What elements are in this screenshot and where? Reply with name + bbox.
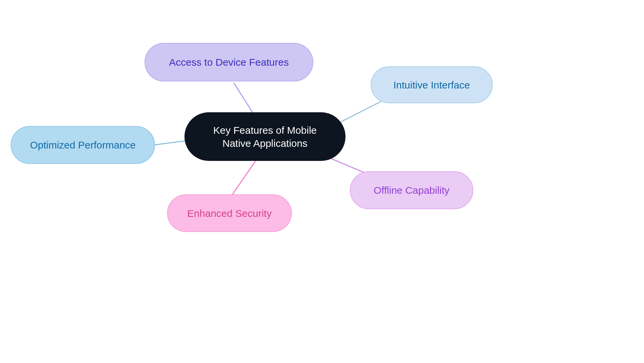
node-enhanced-security: Enhanced Security: [167, 194, 292, 232]
node-offline-capability: Offline Capability: [350, 171, 473, 209]
connector-line: [334, 99, 385, 125]
connector-line: [155, 141, 186, 145]
node-optimized-performance-label: Optimized Performance: [30, 138, 136, 152]
node-offline-capability-label: Offline Capability: [374, 184, 449, 197]
node-intuitive-interface: Intuitive Interface: [371, 66, 493, 103]
center-node: Key Features of Mobile Native Applicatio…: [184, 112, 345, 161]
mindmap-diagram: Key Features of Mobile Native Applicatio…: [0, 0, 644, 363]
connector-lines: [0, 0, 644, 363]
node-enhanced-security-label: Enhanced Security: [187, 207, 272, 220]
center-node-label: Key Features of Mobile Native Applicatio…: [201, 124, 329, 150]
node-device-features-label: Access to Device Features: [169, 56, 289, 69]
node-intuitive-interface-label: Intuitive Interface: [393, 78, 470, 92]
node-device-features: Access to Device Features: [145, 43, 313, 81]
node-optimized-performance: Optimized Performance: [11, 126, 155, 164]
connector-line: [232, 161, 256, 194]
connector-line: [234, 83, 253, 113]
